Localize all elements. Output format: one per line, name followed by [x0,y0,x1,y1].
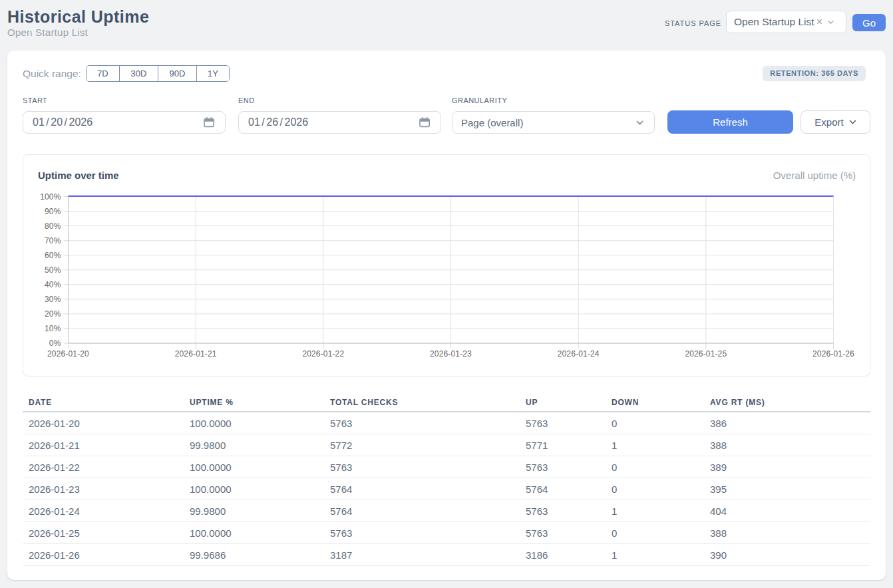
svg-text:2026-01-26: 2026-01-26 [812,349,854,359]
svg-text:30%: 30% [45,295,61,304]
svg-text:2026-01-22: 2026-01-22 [302,349,344,359]
svg-text:40%: 40% [45,280,61,289]
svg-text:2026-01-25: 2026-01-25 [685,349,727,359]
svg-text:90%: 90% [45,207,61,216]
svg-text:0%: 0% [49,339,61,348]
svg-text:20%: 20% [45,309,61,319]
svg-text:50%: 50% [45,265,61,275]
svg-text:60%: 60% [45,251,61,260]
svg-text:2026-01-23: 2026-01-23 [430,349,472,359]
svg-text:70%: 70% [45,236,61,245]
svg-text:2026-01-20: 2026-01-20 [47,349,89,359]
svg-text:100%: 100% [40,192,61,202]
svg-text:2026-01-21: 2026-01-21 [175,349,217,359]
svg-text:10%: 10% [45,324,61,333]
svg-text:80%: 80% [45,221,61,231]
svg-text:2026-01-24: 2026-01-24 [558,349,600,359]
